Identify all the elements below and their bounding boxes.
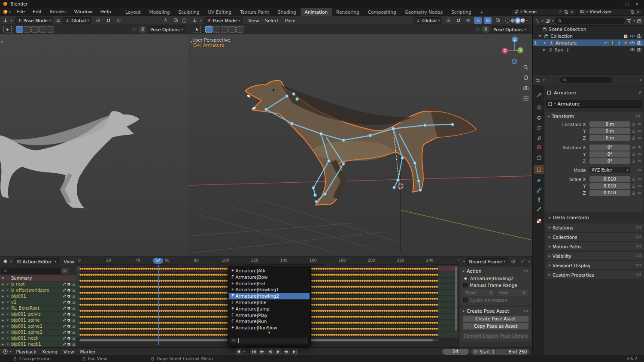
clear-constraint-button[interactable]: X (139, 26, 146, 33)
minimize-button[interactable]: ─ (617, 2, 619, 6)
drag-dots-icon[interactable] (636, 254, 641, 257)
mode-dropdown[interactable]: Pose Mode ▾ (204, 17, 243, 24)
timeline-menu-item[interactable]: Keying (39, 348, 60, 355)
zoom-icon[interactable] (523, 64, 529, 70)
wireframe-shading-icon[interactable] (505, 18, 510, 23)
modifier-wrench-icon[interactable] (62, 312, 66, 316)
proportional-edit-icon[interactable] (115, 17, 122, 24)
auto-keying-record-icon[interactable] (235, 348, 243, 355)
chevron-down-icon[interactable]: ▾ (526, 19, 528, 22)
play-reverse-button[interactable] (267, 348, 274, 355)
animate-dot-icon[interactable] (638, 160, 641, 162)
channel-expand-icon[interactable]: ▶ (1, 301, 5, 304)
previous-keyframe-button[interactable] (258, 348, 266, 355)
visibility-dropdown-icon[interactable] (464, 17, 472, 24)
rendered-shading-icon[interactable] (521, 18, 525, 23)
hide-eye-icon[interactable] (630, 33, 635, 39)
animate-dot-icon[interactable] (638, 146, 641, 148)
select-intersect-icon[interactable] (236, 26, 243, 33)
current-frame-field[interactable]: 54 (442, 349, 469, 355)
unlock-icon[interactable] (72, 282, 76, 286)
tab-scene[interactable] (534, 133, 544, 143)
tab-physics[interactable] (534, 175, 544, 185)
menubar-item[interactable]: Help (97, 8, 115, 15)
enable-checkbox-icon[interactable] (67, 336, 71, 340)
modifier-wrench-icon[interactable] (62, 288, 66, 292)
pin-icon[interactable] (558, 10, 562, 14)
close-button[interactable]: × (635, 2, 639, 6)
action-dropdown-item[interactable]: F Armature|Bow (228, 274, 310, 281)
workspace-tab[interactable]: Texture Paint (236, 8, 273, 16)
scale-x-field[interactable]: 0.010 (589, 176, 631, 182)
chevron-down-icon[interactable]: ▾ (243, 350, 245, 353)
pin-icon[interactable] (6, 330, 10, 334)
action-dropdown-item[interactable]: F Armature|Eat (228, 281, 310, 287)
pin-icon[interactable] (6, 300, 10, 304)
editor-type-icon[interactable] (535, 78, 541, 83)
select-box-icon[interactable] (16, 26, 23, 33)
action-panel-header[interactable]: ▾ Action (460, 267, 531, 275)
workspace-tab[interactable]: Shading (273, 8, 301, 16)
channel-expand-icon[interactable]: ▶ (1, 325, 5, 328)
chevron-down-icon[interactable]: ▾ (640, 78, 641, 82)
unlock-icon[interactable] (72, 318, 76, 322)
enable-checkbox-icon[interactable] (67, 282, 71, 286)
hamburger-menu-icon[interactable]: ≡ (56, 18, 60, 24)
tab-texture[interactable] (534, 216, 544, 226)
playhead-line[interactable] (158, 265, 159, 345)
select-box-icon[interactable] (205, 26, 213, 33)
editor-type-icon[interactable] (3, 259, 8, 264)
viewport-menu-item[interactable]: Pose (282, 17, 298, 24)
channel-expand-icon[interactable]: ▶ (1, 313, 5, 316)
channel-row[interactable]: ▶ bip001 (0, 293, 76, 299)
lock-icon[interactable] (632, 184, 636, 188)
animate-dot-icon[interactable] (638, 137, 641, 139)
channel-filter-toggle[interactable]: ↔ (61, 268, 69, 274)
select-subtract-icon[interactable] (31, 26, 39, 33)
cyclic-animation-row[interactable]: Cyclic Animation (460, 297, 531, 304)
pin-icon[interactable] (6, 318, 10, 322)
snap-magnet-icon[interactable] (454, 17, 462, 24)
location-y-field[interactable]: 0 m (589, 128, 631, 134)
unlock-icon[interactable] (72, 324, 76, 328)
pin-icon[interactable] (6, 336, 10, 340)
pin-icon[interactable] (6, 342, 10, 346)
channel-row[interactable]: ▶ b_effectworldzero (0, 287, 76, 293)
workspace-tab[interactable]: + (476, 8, 488, 16)
modifier-wrench-icon[interactable] (62, 306, 66, 310)
rotation-z-field[interactable]: 0° (589, 158, 631, 164)
viewlayer-selector[interactable]: ▾ ViewLayer × (578, 9, 642, 15)
drag-dots-icon[interactable] (524, 270, 529, 273)
select-intersect-icon[interactable] (47, 26, 54, 33)
lock-icon[interactable] (632, 122, 636, 127)
workspace-tab[interactable]: UV Editing (204, 8, 236, 16)
tab-constraints[interactable] (534, 185, 544, 195)
properties-panel[interactable]: ▸Relations (546, 223, 644, 232)
channel-row[interactable]: ▶ bip001_neck (0, 335, 76, 341)
unlink-scene-icon[interactable]: × (570, 9, 574, 15)
sidebar-toggle-icon[interactable]: ◂ (190, 39, 192, 44)
blender-menu-button[interactable]: ▾ (0, 9, 13, 15)
tab-output[interactable] (534, 113, 544, 122)
snap-magnet-icon[interactable] (104, 17, 112, 24)
workspace-tab[interactable]: Compositing (364, 8, 401, 16)
drag-dots-icon[interactable] (636, 264, 641, 267)
checkbox-icon[interactable] (463, 283, 468, 287)
select-difference-icon[interactable] (39, 26, 46, 33)
modifier-wrench-icon[interactable] (62, 318, 66, 322)
rotation-y-field[interactable]: 0° (589, 151, 631, 157)
viewport-right-3d[interactable]: ◂ User Perspective (54) Armature (189, 34, 532, 256)
orientation-dropdown[interactable]: Global ▾ (413, 17, 442, 24)
disable-render-camera-icon[interactable] (637, 47, 642, 52)
channel-row[interactable]: ▶ bip001_pelvis (0, 311, 76, 317)
drag-dots-icon[interactable] (636, 235, 641, 238)
channel-row[interactable]: ▶ bip001_spine (0, 317, 76, 323)
animate-dot-icon[interactable] (638, 123, 641, 125)
unlock-icon[interactable] (72, 312, 76, 316)
tab-world[interactable] (534, 142, 544, 152)
channel-expand-icon[interactable]: ▶ (1, 283, 5, 286)
action-dropdown-item[interactable]: F Armature|Play (228, 312, 310, 319)
mode-dropdown[interactable]: Pose Mode ▾ (15, 17, 54, 24)
next-keyframe-button[interactable] (283, 348, 290, 355)
xray-toggle-icon[interactable] (494, 17, 501, 24)
